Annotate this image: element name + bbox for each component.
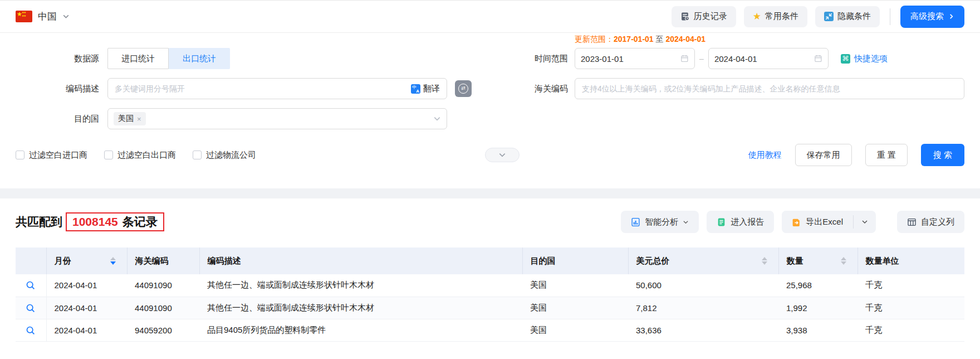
table-cell: 美国	[522, 274, 628, 297]
table-cell: 3,938	[778, 319, 857, 341]
collapse-icon	[824, 12, 834, 21]
favorites-button[interactable]: ★ 常用条件	[744, 6, 807, 27]
table-cell: 33,636	[628, 319, 778, 341]
filter-label: 过滤空白进口商	[29, 150, 87, 161]
row-detail-cell	[16, 297, 46, 319]
results-table: 月份 海关编码 编码描述 目的国 美元总价 数量 数量单位	[16, 248, 964, 342]
filter-row: 过滤空白进口商 过滤空白出口商 过滤物流公司 使用教程 保存常用 重 置 搜 索	[16, 144, 964, 166]
enter-report-button[interactable]: 进入报告	[707, 211, 774, 233]
history-icon	[680, 12, 690, 21]
table-cell: 44091090	[127, 297, 199, 319]
column-label: 数量单位	[866, 256, 899, 265]
search-form: 数据源 进口统计 出口统计 更新范围：2017-01-01 至 2024-04-…	[0, 33, 980, 166]
expand-conditions-button[interactable]	[485, 148, 520, 162]
code-desc-input[interactable]	[115, 84, 411, 93]
translate-icon: 中A	[411, 84, 420, 94]
filter-blank-importer-checkbox[interactable]: 过滤空白进口商	[16, 150, 87, 161]
export-excel-label: 导出Excel	[806, 217, 843, 227]
code-desc-label: 编码描述	[16, 84, 99, 94]
filter-logistics-checkbox[interactable]: 过滤物流公司	[193, 150, 256, 161]
time-range-label: 时间范围	[490, 54, 568, 64]
tutorial-link[interactable]: 使用教程	[748, 150, 782, 161]
chevron-down-icon	[683, 219, 689, 225]
magnifier-icon[interactable]	[26, 326, 36, 336]
column-header-usd-total: 美元总价	[628, 248, 778, 274]
country-selector[interactable]: ★★★★★ 中国	[16, 10, 70, 23]
advanced-search-button[interactable]: 高级搜索	[900, 6, 964, 28]
chevron-down-icon	[498, 151, 506, 159]
destination-select[interactable]: 美国 ×	[107, 108, 447, 129]
sort-control-month[interactable]	[110, 257, 119, 265]
smart-analysis-button[interactable]: 智能分析	[621, 211, 699, 233]
hs-code-field[interactable]	[575, 78, 964, 99]
advanced-search-label: 高级搜索	[910, 11, 944, 22]
column-header-quantity: 数量	[778, 248, 857, 274]
magnifier-icon[interactable]	[26, 303, 36, 313]
results-section: 共匹配到 1008145 条记录 智能分析 进入报告 导出Excel	[0, 198, 980, 342]
table-body: 2024-04-0144091090其他任一边、端或面制成连续形状针叶木木材美国…	[16, 274, 964, 341]
destination-label: 目的国	[16, 114, 99, 124]
hs-code-label: 海关编码	[490, 84, 568, 94]
column-label: 月份	[55, 256, 71, 266]
chevron-down-icon	[861, 219, 868, 225]
translate-button[interactable]: 中A 翻译	[411, 84, 440, 94]
table-cell: 7,812	[628, 297, 778, 319]
save-favorite-button[interactable]: 保存常用	[795, 144, 852, 166]
table-cell: 2024-04-01	[46, 319, 127, 341]
date-from-field[interactable]	[575, 48, 695, 69]
sort-control-usd[interactable]	[762, 257, 771, 265]
checkbox-icon	[104, 151, 113, 159]
column-label: 数量	[787, 256, 803, 266]
export-excel-button[interactable]: 导出Excel	[782, 211, 853, 233]
code-desc-field[interactable]: 中A 翻译	[107, 78, 447, 99]
data-source-label: 数据源	[16, 54, 99, 64]
reset-button[interactable]: 重 置	[865, 144, 908, 166]
table-cell: 其他任一边、端或面制成连续形状针叶木木材	[199, 274, 522, 297]
filter-blank-exporter-checkbox[interactable]: 过滤空白出口商	[104, 150, 176, 161]
date-range-dash: –	[699, 54, 704, 63]
date-to-input[interactable]	[714, 54, 814, 64]
hide-conditions-button[interactable]: 隐藏条件	[815, 6, 880, 27]
search-button[interactable]: 搜 索	[921, 144, 964, 166]
export-options-button[interactable]	[854, 211, 876, 233]
date-to-field[interactable]	[708, 48, 829, 69]
custom-columns-button[interactable]: 自定义列	[897, 211, 964, 233]
topbar: ★★★★★ 中国 历史记录 ★ 常用条件 隐藏条件 高级搜索	[0, 1, 980, 33]
history-button[interactable]: 历史记录	[672, 6, 736, 27]
table-cell: 千克	[857, 297, 964, 319]
hs-code-input[interactable]	[582, 84, 957, 93]
match-count: 1008145	[72, 215, 118, 229]
topbar-divider	[890, 8, 890, 25]
quick-options-label: 快捷选项	[854, 54, 888, 64]
match-prefix: 共匹配到	[16, 214, 62, 230]
chevron-down-icon	[62, 13, 70, 20]
match-suffix: 条记录	[122, 214, 158, 230]
tab-export-stats[interactable]: 出口统计	[169, 48, 230, 69]
chevron-right-icon	[948, 13, 954, 20]
sort-control-quantity[interactable]	[841, 257, 850, 265]
table-cell: 2024-04-01	[46, 274, 127, 297]
destination-tag-label: 美国	[118, 114, 134, 124]
tab-import-stats[interactable]: 进口统计	[107, 48, 169, 69]
column-label: 编码描述	[208, 256, 241, 265]
tag-close-icon[interactable]: ×	[137, 115, 141, 123]
bi-chart-icon	[631, 217, 640, 227]
filter-label: 过滤空白出口商	[117, 150, 176, 161]
match-count-block: 共匹配到 1008145 条记录	[16, 212, 164, 231]
quick-options-button[interactable]: ⌘ 快捷选项	[841, 54, 888, 64]
table-header-row: 月份 海关编码 编码描述 目的国 美元总价 数量 数量单位	[16, 248, 964, 274]
filter-label: 过滤物流公司	[206, 150, 256, 161]
table-cell: 94059200	[127, 319, 199, 341]
export-split-button: 导出Excel	[782, 211, 876, 233]
table-cell: 2024-04-01	[46, 297, 127, 319]
update-range-label: 更新范围：	[575, 35, 614, 43]
column-label: 目的国	[531, 256, 556, 265]
table-cell: 千克	[857, 274, 964, 297]
date-from-input[interactable]	[581, 54, 680, 64]
data-source-tabs: 进口统计 出口统计	[107, 48, 230, 69]
synonym-swap-button[interactable]: ⇄	[455, 80, 472, 97]
magnifier-icon[interactable]	[26, 280, 36, 290]
column-label: 美元总价	[636, 256, 670, 266]
report-icon	[717, 217, 726, 227]
enter-report-label: 进入报告	[731, 217, 764, 227]
